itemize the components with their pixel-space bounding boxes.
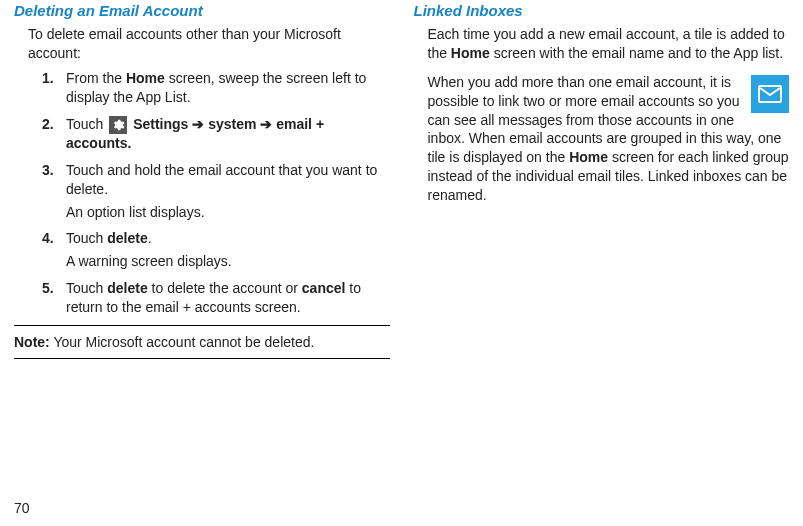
step-5: Touch delete to delete the account or ca… xyxy=(42,279,390,317)
step-3: Touch and hold the email account that yo… xyxy=(42,161,390,222)
section-title-linked: Linked Inboxes xyxy=(414,2,790,19)
bold-text: cancel xyxy=(302,280,346,296)
bold-text: Home xyxy=(126,70,165,86)
text: screen with the email name and to the Ap… xyxy=(490,45,783,61)
step-4: Touch delete. A warning screen displays. xyxy=(42,229,390,271)
right-column: Linked Inboxes Each time you add a new e… xyxy=(414,0,790,367)
note-text: Your Microsoft account cannot be deleted… xyxy=(50,334,315,350)
substep: An option list displays. xyxy=(66,203,390,222)
text: to delete the account or xyxy=(148,280,302,296)
divider xyxy=(14,325,390,326)
note: Note: Your Microsoft account cannot be d… xyxy=(14,334,390,350)
step-1: From the Home screen, sweep the screen l… xyxy=(42,69,390,107)
mail-icon xyxy=(751,75,789,113)
steps-list: From the Home screen, sweep the screen l… xyxy=(42,69,390,317)
substep: A warning screen displays. xyxy=(66,252,390,271)
text: Touch xyxy=(66,280,107,296)
text: . xyxy=(148,230,152,246)
text: Touch xyxy=(66,230,107,246)
text: Touch and hold the email account that yo… xyxy=(66,162,377,197)
text: Touch xyxy=(66,116,107,132)
note-label: Note: xyxy=(14,334,50,350)
left-column: Deleting an Email Account To delete emai… xyxy=(14,0,390,367)
settings-icon xyxy=(109,116,127,134)
bold-text: system xyxy=(208,116,256,132)
paragraph-2: When you add more than one email account… xyxy=(428,73,790,205)
divider xyxy=(14,358,390,359)
intro-text: To delete email accounts other than your… xyxy=(28,25,390,63)
bold-text: Settings xyxy=(133,116,188,132)
arrow: ➔ xyxy=(188,116,208,132)
page-number: 70 xyxy=(14,500,30,516)
arrow: ➔ xyxy=(256,116,276,132)
paragraph-1: Each time you add a new email account, a… xyxy=(428,25,790,63)
bold-text: Home xyxy=(451,45,490,61)
text: From the xyxy=(66,70,126,86)
section-title-deleting: Deleting an Email Account xyxy=(14,2,390,19)
bold-text: Home xyxy=(569,149,608,165)
step-2: Touch Settings ➔ system ➔ email + accoun… xyxy=(42,115,390,153)
bold-text: delete xyxy=(107,280,147,296)
bold-text: delete xyxy=(107,230,147,246)
